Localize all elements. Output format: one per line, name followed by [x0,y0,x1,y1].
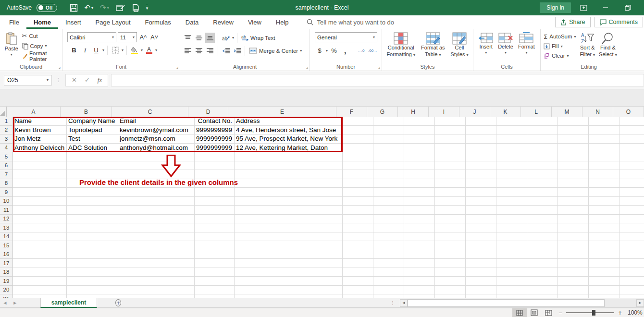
orientation-button[interactable]: ab [221,33,231,43]
undo-icon[interactable]: ↶▾ [85,3,94,12]
cell-L21[interactable] [527,294,558,298]
cell-C9[interactable] [118,188,195,197]
formula-bar-splitter[interactable]: ⋮ [56,77,62,83]
cell-I15[interactable] [435,241,466,250]
cell-J8[interactable] [466,179,496,188]
cell-O7[interactable] [619,170,644,179]
cell-A13[interactable] [13,223,67,232]
cell-G14[interactable] [373,232,404,242]
column-header-O[interactable]: O [613,107,644,117]
fill-button[interactable]: Fill ▾ [544,41,576,51]
cell-C15[interactable] [118,241,195,250]
cell-J14[interactable] [466,232,496,242]
cell-H2[interactable] [404,126,435,135]
cell-I3[interactable] [435,134,466,144]
cell-A8[interactable] [13,179,67,188]
cell-B15[interactable] [67,241,118,250]
cell-M10[interactable] [558,197,589,206]
cell-G7[interactable] [373,170,404,179]
cell-G8[interactable] [373,179,404,188]
cell-I17[interactable] [435,259,466,268]
cell-G12[interactable] [373,215,404,224]
cell-K3[interactable] [496,134,527,144]
insert-function-icon[interactable]: fx [98,76,102,84]
cell-F11[interactable] [343,206,373,215]
column-header-E[interactable]: E [228,107,336,117]
cell-M4[interactable] [558,144,589,153]
cell-I13[interactable] [435,223,466,232]
cell-A15[interactable] [13,241,67,250]
cell-K17[interactable] [496,259,527,268]
cell-B2[interactable]: Topnotepad [67,126,118,135]
cell-L16[interactable] [527,250,558,259]
cell-N9[interactable] [589,188,619,197]
cell-E18[interactable] [235,268,343,277]
sheet-nav-prev-icon[interactable]: ◄ [0,300,10,305]
cell-N1[interactable] [589,117,619,126]
cell-D9[interactable] [195,188,235,197]
cell-F18[interactable] [343,268,373,277]
cell-styles-button[interactable]: Cell Styles ▾ [449,31,471,60]
cell-I11[interactable] [435,206,466,215]
cell-F10[interactable] [343,197,373,206]
cell-H18[interactable] [404,268,435,277]
row-header-17[interactable]: 17 [0,259,13,268]
cell-I8[interactable] [435,179,466,188]
cell-E5[interactable] [235,152,343,161]
cell-C14[interactable] [118,232,195,242]
cell-L1[interactable] [527,117,558,126]
copy-button[interactable]: Copy ▾ [21,41,60,51]
row-header-13[interactable]: 13 [0,223,13,232]
cell-F12[interactable] [343,215,373,224]
restore-icon[interactable] [618,0,637,15]
row-header-4[interactable]: 4 [0,144,13,153]
row-header-7[interactable]: 7 [0,170,13,179]
close-icon[interactable] [640,0,644,15]
cell-L12[interactable] [527,215,558,224]
cell-E15[interactable] [235,241,343,250]
delete-cells-dropdown-icon[interactable]: ▾ [505,50,507,55]
cell-M7[interactable] [558,170,589,179]
cell-J1[interactable] [466,117,496,126]
row-header-6[interactable]: 6 [0,161,13,171]
paste-button[interactable]: Paste ▾ [2,31,21,61]
cell-F5[interactable] [343,152,373,161]
row-header-18[interactable]: 18 [0,268,13,277]
save-icon[interactable] [70,4,78,12]
cell-M6[interactable] [558,161,589,171]
tab-file[interactable]: File [2,15,26,29]
format-cells-button[interactable]: Format ▾ [516,31,537,57]
cell-A2[interactable]: Kevin Brown [13,126,67,135]
cell-C10[interactable] [118,197,195,206]
cell-G21[interactable] [373,294,404,298]
row-header-2[interactable]: 2 [0,126,13,135]
cell-C12[interactable] [118,215,195,224]
cell-O9[interactable] [619,188,644,197]
cell-D2[interactable]: 9999999999 [195,126,235,135]
cell-L6[interactable] [527,161,558,171]
cell-E13[interactable] [235,223,343,232]
cell-G18[interactable] [373,268,404,277]
cell-I9[interactable] [435,188,466,197]
cell-A9[interactable] [13,188,67,197]
row-header-19[interactable]: 19 [0,277,13,286]
cell-L13[interactable] [527,223,558,232]
cell-N8[interactable] [589,179,619,188]
format-as-table-button[interactable]: Format as Table ▾ [419,31,447,60]
cell-A11[interactable] [13,206,67,215]
cell-K14[interactable] [496,232,527,242]
row-header-21[interactable]: 21 [0,294,13,298]
cell-D18[interactable] [195,268,235,277]
cell-F6[interactable] [343,161,373,171]
cell-J4[interactable] [466,144,496,153]
cell-N20[interactable] [589,286,619,295]
cell-D4[interactable]: 9999999999 [195,144,235,153]
cell-K1[interactable] [496,117,527,126]
cell-H5[interactable] [404,152,435,161]
cell-H13[interactable] [404,223,435,232]
cell-A1[interactable]: Name [13,117,67,126]
cell-C7[interactable] [118,170,195,179]
cell-A10[interactable] [13,197,67,206]
cell-N2[interactable] [589,126,619,135]
row-header-14[interactable]: 14 [0,232,13,242]
